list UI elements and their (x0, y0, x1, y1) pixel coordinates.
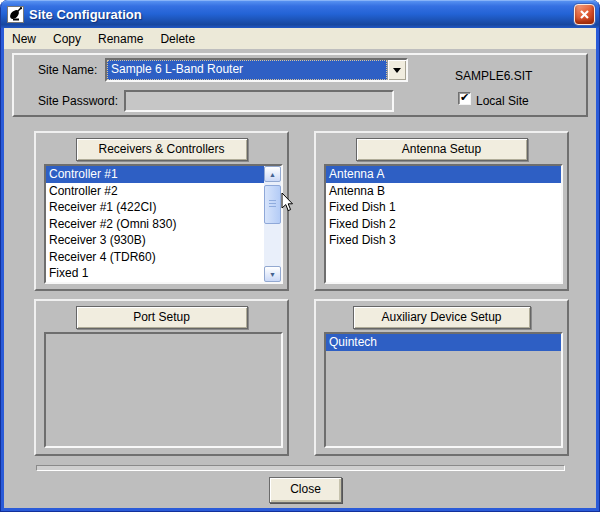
window-title: Site Configuration (29, 7, 574, 22)
site-configuration-window: Site Configuration NewCopyRenameDelete S… (0, 0, 600, 512)
list-item[interactable]: Antenna B (326, 183, 561, 200)
menu-item[interactable]: New (6, 31, 42, 47)
receivers-list[interactable]: ▲ ▼ Controller #1Controller #2Receiver #… (44, 164, 283, 284)
list-item[interactable]: Receiver #1 (422CI) (46, 199, 264, 216)
group-receivers-controllers: Receivers & Controllers ▲ ▼ Controller #… (34, 131, 289, 291)
site-name-value[interactable]: Sample 6 L-Band Router (107, 60, 387, 80)
site-name-dropdown[interactable]: Sample 6 L-Band Router (105, 58, 408, 82)
close-window-button[interactable] (574, 4, 595, 25)
port-setup-header-button[interactable]: Port Setup (76, 306, 248, 329)
receivers-controllers-header-button[interactable]: Receivers & Controllers (76, 138, 248, 161)
list-item[interactable]: Antenna A (326, 166, 561, 183)
menu-bar: NewCopyRenameDelete (4, 28, 596, 49)
site-panel: Site Name: Sample 6 L-Band Router SAMPLE… (12, 53, 588, 117)
site-password-field[interactable] (124, 90, 394, 112)
close-icon (579, 9, 590, 20)
group-port-setup: Port Setup (34, 299, 289, 456)
chevron-down-icon (393, 68, 401, 73)
site-name-label: Site Name: (38, 63, 97, 77)
group-auxiliary-device-setup: Auxiliary Device Setup Quintech (314, 299, 569, 456)
list-item[interactable]: Receiver #2 (Omni 830) (46, 216, 264, 233)
scroll-up-button[interactable]: ▲ (264, 166, 281, 182)
dropdown-button[interactable] (387, 60, 406, 80)
check-icon: ✔ (460, 92, 469, 103)
local-site-checkbox[interactable]: ✔ (458, 92, 471, 105)
list-item[interactable]: Controller #2 (46, 183, 264, 200)
list-item[interactable]: Quintech (326, 334, 561, 351)
list-item[interactable]: Controller #1 (46, 166, 264, 183)
antenna-setup-header-button[interactable]: Antenna Setup (356, 138, 528, 161)
antenna-list[interactable]: Antenna AAntenna BFixed Dish 1Fixed Dish… (324, 164, 563, 284)
horizontal-divider (36, 465, 565, 471)
titlebar[interactable]: Site Configuration (0, 0, 600, 28)
list-item[interactable]: Receiver 4 (TDR60) (46, 249, 264, 266)
scroll-down-icon: ▼ (269, 271, 276, 278)
vertical-scrollbar[interactable]: ▲ ▼ (264, 166, 281, 282)
local-site-label: Local Site (476, 94, 529, 108)
list-item[interactable]: Fixed Dish 1 (326, 199, 561, 216)
menu-item[interactable]: Rename (92, 31, 149, 47)
menu-item[interactable]: Copy (47, 31, 87, 47)
scrollbar-thumb[interactable] (264, 185, 281, 224)
list-item[interactable]: Fixed Dish 2 (326, 216, 561, 233)
satellite-dish-icon (7, 6, 24, 23)
scroll-up-icon: ▲ (269, 171, 276, 178)
close-button[interactable]: Close (269, 477, 342, 503)
site-file-name: SAMPLE6.SIT (455, 69, 532, 83)
port-list[interactable] (44, 332, 283, 448)
scroll-down-button[interactable]: ▼ (264, 266, 281, 282)
list-item[interactable]: Fixed Dish 3 (326, 232, 561, 249)
auxiliary-list[interactable]: Quintech (324, 332, 563, 448)
site-password-label: Site Password: (38, 94, 118, 108)
list-item[interactable]: Fixed 1 (46, 265, 264, 282)
auxiliary-device-setup-header-button[interactable]: Auxiliary Device Setup (353, 306, 531, 329)
group-antenna-setup: Antenna Setup Antenna AAntenna BFixed Di… (314, 131, 569, 291)
list-item[interactable]: Receiver 3 (930B) (46, 232, 264, 249)
menu-item[interactable]: Delete (154, 31, 201, 47)
